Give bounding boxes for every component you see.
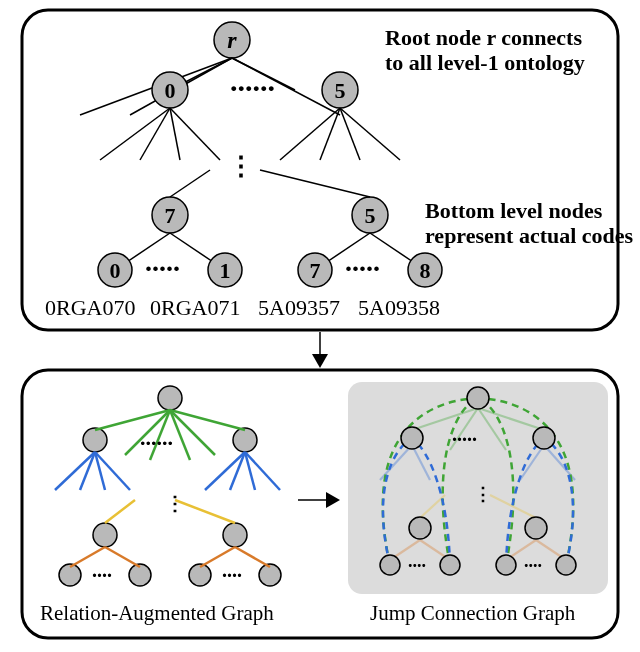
svg-point-3 (93, 523, 117, 547)
svg-point-5 (59, 564, 81, 586)
svg-point-8 (259, 564, 281, 586)
svg-point-52 (380, 555, 400, 575)
node-leaf-ll-label: 0 (110, 258, 121, 283)
code-label-rl: 5A09357 (258, 295, 340, 320)
code-label-lr: 0RGA071 (150, 295, 240, 320)
node-leaf-lr-label: 1 (220, 258, 231, 283)
node-leafparent-left-label: 7 (165, 203, 176, 228)
dots-icon: ······ (230, 71, 275, 104)
svg-point-4 (223, 523, 247, 547)
node-leafparent-right-label: 5 (365, 203, 376, 228)
svg-point-6 (129, 564, 151, 586)
svg-text:····: ···· (524, 556, 542, 576)
caption-root-line1: Root node r connects (385, 25, 582, 50)
arrowhead-icon (312, 354, 328, 368)
svg-text:⋮: ⋮ (474, 484, 492, 504)
svg-point-54 (496, 555, 516, 575)
svg-point-7 (189, 564, 211, 586)
svg-text:⋮: ⋮ (165, 492, 185, 514)
svg-point-1 (83, 428, 107, 452)
right-caption: Jump Connection Graph (370, 601, 576, 625)
svg-point-0 (158, 386, 182, 410)
svg-text:····: ···· (408, 556, 426, 576)
left-caption: Relation-Augmented Graph (40, 601, 274, 625)
node-l1-right-label: 5 (335, 78, 346, 103)
svg-point-50 (409, 517, 431, 539)
caption-leaf-line1: Bottom level nodes (425, 198, 603, 223)
dots-icon: ····· (145, 253, 180, 284)
node-root-label: r (227, 27, 237, 53)
caption-root-line2: to all level-1 ontology (385, 50, 585, 75)
svg-point-47 (467, 387, 489, 409)
dots-icon: ····· (345, 253, 380, 284)
svg-point-53 (440, 555, 460, 575)
node-leaf-rr-label: 8 (420, 258, 431, 283)
svg-text:·····: ····· (452, 428, 477, 450)
svg-point-49 (533, 427, 555, 449)
dots-icon: ⋮ (228, 152, 254, 181)
code-label-ll: 0RGA070 (45, 295, 135, 320)
svg-point-51 (525, 517, 547, 539)
svg-text:····: ···· (92, 564, 112, 586)
svg-point-48 (401, 427, 423, 449)
caption-leaf-line2: represent actual codes (425, 223, 634, 248)
node-leaf-rl-label: 7 (310, 258, 321, 283)
svg-point-2 (233, 428, 257, 452)
code-label-rr: 5A09358 (358, 295, 440, 320)
svg-text:······: ······ (140, 430, 173, 455)
svg-text:····: ···· (222, 564, 242, 586)
svg-point-55 (556, 555, 576, 575)
node-l1-left-label: 0 (165, 78, 176, 103)
